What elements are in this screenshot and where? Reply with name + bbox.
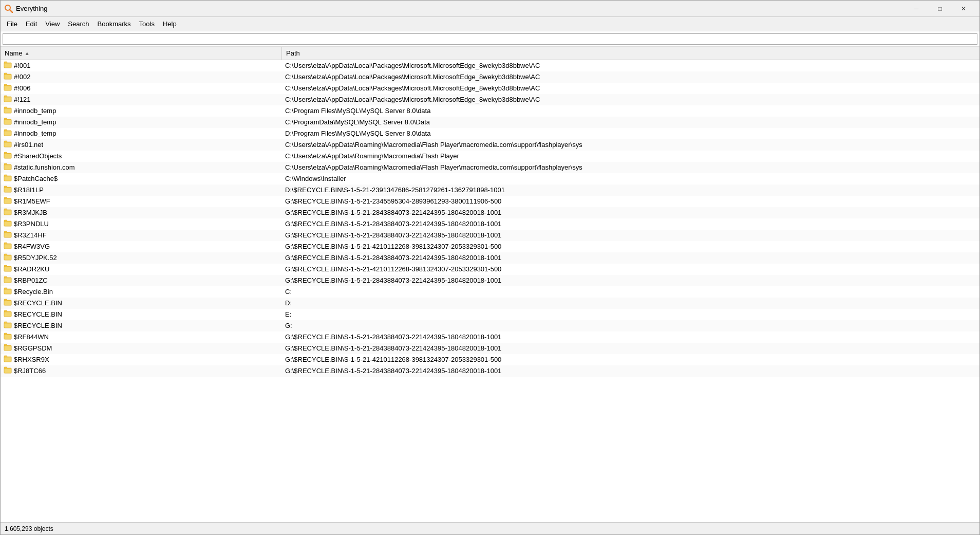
file-name-cell: $RECYCLE.BIN [1, 321, 282, 330]
file-name: #!006 [14, 84, 31, 92]
folder-icon [4, 95, 12, 104]
file-path-cell: C:\Program Files\MySQL\MySQL Server 8.0\… [282, 107, 979, 115]
close-button[interactable]: ✕ [952, 1, 975, 17]
file-name: $R3Z14HF [14, 231, 47, 239]
menu-item-bookmarks[interactable]: Bookmarks [93, 18, 135, 30]
table-row[interactable]: $R3Z14HFG:\$RECYCLE.BIN\S-1-5-21-2843884… [1, 230, 979, 241]
table-row[interactable]: #SharedObjectsC:\Users\elza\AppData\Roam… [1, 151, 979, 162]
table-row[interactable]: $RHXSR9XG:\$RECYCLE.BIN\S-1-5-21-4210112… [1, 354, 979, 365]
file-name-cell: #static.funshion.com [1, 162, 282, 172]
table-row[interactable]: $RECYCLE.BINE: [1, 309, 979, 320]
file-name: $RJ8TC66 [14, 367, 46, 375]
menu-item-edit[interactable]: Edit [22, 18, 41, 30]
table-row[interactable]: $Recycle.BinC: [1, 286, 979, 298]
path-column-header[interactable]: Path [282, 47, 979, 60]
menu-item-search[interactable]: Search [64, 18, 93, 30]
folder-icon [4, 230, 12, 240]
table-row[interactable]: #!002C:\Users\elza\AppData\Local\Package… [1, 71, 979, 83]
file-name: $RECYCLE.BIN [14, 322, 62, 329]
main-window: Everything ─ □ ✕ FileEditViewSearchBookm… [0, 0, 980, 535]
table-row[interactable]: #!001C:\Users\elza\AppData\Local\Package… [1, 60, 979, 71]
file-name-cell: $R5DYJPK.52 [1, 253, 282, 263]
table-row[interactable]: $RGGPSDMG:\$RECYCLE.BIN\S-1-5-21-2843884… [1, 343, 979, 354]
file-name-cell: $Recycle.Bin [1, 287, 282, 297]
file-name-cell: #SharedObjects [1, 151, 282, 161]
file-name: $R1M5EWF [14, 197, 50, 205]
search-bar [1, 31, 979, 47]
table-row[interactable]: $R5DYJPK.52G:\$RECYCLE.BIN\S-1-5-21-2843… [1, 252, 979, 264]
folder-icon [4, 298, 12, 308]
file-name: $RGGPSDM [14, 344, 52, 352]
file-list[interactable]: #!001C:\Users\elza\AppData\Local\Package… [1, 60, 979, 522]
file-name-cell: $RBP01ZC [1, 275, 282, 285]
table-row[interactable]: #static.funshion.comC:\Users\elza\AppDat… [1, 162, 979, 173]
file-path-cell: C:\ProgramData\MySQL\MySQL Server 8.0\Da… [282, 118, 979, 126]
file-name: #!121 [14, 96, 31, 103]
file-name-cell: $R3Z14HF [1, 230, 282, 240]
file-path-cell: D:\$RECYCLE.BIN\S-1-5-21-2391347686-2581… [282, 186, 979, 194]
file-path-cell: G:\$RECYCLE.BIN\S-1-5-21-2843884073-2214… [282, 209, 979, 216]
file-name: #irs01.net [14, 141, 43, 149]
table-row[interactable]: #!006C:\Users\elza\AppData\Local\Package… [1, 83, 979, 94]
table-row[interactable]: $PatchCache$C:\Windows\Installer [1, 173, 979, 185]
file-path-cell: G:\$RECYCLE.BIN\S-1-5-21-2843884073-2214… [282, 220, 979, 228]
table-row[interactable]: #!121C:\Users\elza\AppData\Local\Package… [1, 94, 979, 105]
file-path-cell: G:\$RECYCLE.BIN\S-1-5-21-2843884073-2214… [282, 367, 979, 375]
table-row[interactable]: $R1M5EWFG:\$RECYCLE.BIN\S-1-5-21-2345595… [1, 196, 979, 207]
folder-icon [4, 366, 12, 376]
file-path-cell: C: [282, 288, 979, 296]
file-name: $R18I1LP [14, 186, 44, 194]
file-name: #!002 [14, 73, 31, 81]
file-name: $Recycle.Bin [14, 288, 53, 296]
file-name: $R3PNDLU [14, 220, 49, 228]
file-name: #innodb_temp [14, 118, 56, 126]
file-name: #innodb_temp [14, 130, 56, 137]
file-name: #innodb_temp [14, 107, 56, 115]
table-row[interactable]: $RADR2KUG:\$RECYCLE.BIN\S-1-5-21-4210112… [1, 264, 979, 275]
menu-item-file[interactable]: File [3, 18, 22, 30]
name-column-header[interactable]: Name ▲ [1, 47, 282, 60]
table-row[interactable]: $R4FW3VGG:\$RECYCLE.BIN\S-1-5-21-4210112… [1, 241, 979, 252]
folder-icon [4, 83, 12, 93]
folder-icon [4, 332, 12, 342]
table-row[interactable]: $RBP01ZCG:\$RECYCLE.BIN\S-1-5-21-2843884… [1, 275, 979, 286]
folder-icon [4, 309, 12, 319]
file-name: $RECYCLE.BIN [14, 310, 62, 318]
table-row[interactable]: $R3MJKJBG:\$RECYCLE.BIN\S-1-5-21-2843884… [1, 207, 979, 218]
folder-icon [4, 208, 12, 217]
menu-bar: FileEditViewSearchBookmarksToolsHelp [1, 17, 979, 31]
menu-item-tools[interactable]: Tools [135, 18, 159, 30]
table-row[interactable]: $RF844WNG:\$RECYCLE.BIN\S-1-5-21-2843884… [1, 331, 979, 343]
search-input[interactable] [3, 33, 977, 45]
table-row[interactable]: $RECYCLE.BIND: [1, 298, 979, 309]
table-row[interactable]: $R18I1LPD:\$RECYCLE.BIN\S-1-5-21-2391347… [1, 185, 979, 196]
folder-icon [4, 343, 12, 353]
table-row[interactable]: $RJ8TC66G:\$RECYCLE.BIN\S-1-5-21-2843884… [1, 365, 979, 377]
file-name-cell: $RJ8TC66 [1, 366, 282, 376]
file-path-cell: E: [282, 310, 979, 318]
file-name: $PatchCache$ [14, 175, 58, 182]
file-name-cell: $R4FW3VG [1, 242, 282, 251]
column-header: Name ▲ Path [1, 47, 979, 60]
table-row[interactable]: #innodb_tempC:\ProgramData\MySQL\MySQL S… [1, 117, 979, 128]
folder-icon [4, 117, 12, 127]
file-name: $RF844WN [14, 333, 49, 341]
file-name-cell: #innodb_temp [1, 117, 282, 127]
file-path-cell: C:\Users\elza\AppData\Local\Packages\Mic… [282, 62, 979, 69]
file-name-cell: $R3PNDLU [1, 219, 282, 229]
file-path-cell: G:\$RECYCLE.BIN\S-1-5-21-4210112268-3981… [282, 243, 979, 250]
minimize-button[interactable]: ─ [904, 1, 928, 17]
file-name: $RBP01ZC [14, 276, 48, 284]
table-row[interactable]: #innodb_tempC:\Program Files\MySQL\MySQL… [1, 105, 979, 117]
menu-item-help[interactable]: Help [159, 18, 181, 30]
file-name-cell: $R3MJKJB [1, 208, 282, 217]
menu-item-view[interactable]: View [41, 18, 64, 30]
file-name: $R5DYJPK.52 [14, 254, 57, 262]
table-row[interactable]: #irs01.netC:\Users\elza\AppData\Roaming\… [1, 139, 979, 151]
folder-icon [4, 321, 12, 330]
maximize-button[interactable]: □ [928, 1, 952, 17]
table-row[interactable]: $R3PNDLUG:\$RECYCLE.BIN\S-1-5-21-2843884… [1, 218, 979, 230]
file-name-cell: $RGGPSDM [1, 343, 282, 353]
table-row[interactable]: #innodb_tempD:\Program Files\MySQL\MySQL… [1, 128, 979, 139]
table-row[interactable]: $RECYCLE.BING: [1, 320, 979, 331]
